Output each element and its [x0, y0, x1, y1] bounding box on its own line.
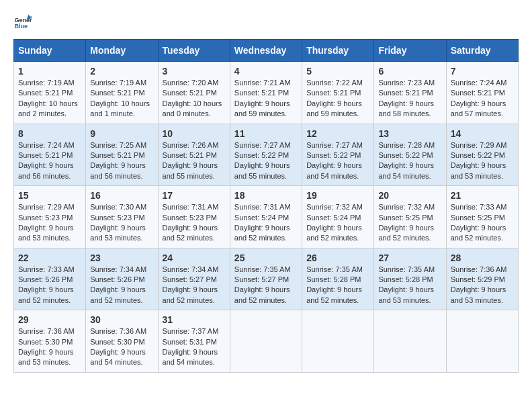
- day-info: and 52 minutes.: [378, 233, 441, 243]
- day-cell: 29Sunrise: 7:36 AMSunset: 5:30 PMDayligh…: [14, 310, 86, 373]
- day-info: Daylight: 9 hours: [163, 347, 226, 357]
- day-info: Daylight: 9 hours: [378, 161, 441, 171]
- day-info: and 53 minutes.: [451, 295, 514, 306]
- day-cell: 1Sunrise: 7:19 AMSunset: 5:21 PMDaylight…: [14, 62, 86, 124]
- day-cell: 6Sunrise: 7:23 AMSunset: 5:21 PMDaylight…: [374, 62, 446, 124]
- day-info: and 52 minutes.: [306, 233, 369, 243]
- day-info: and 53 minutes.: [18, 357, 81, 367]
- day-info: and 0 minutes.: [163, 109, 226, 119]
- day-info: and 1 minute.: [90, 109, 153, 119]
- day-info: Daylight: 9 hours: [163, 161, 226, 171]
- day-info: Sunrise: 7:32 AM: [306, 202, 369, 212]
- page-container: General Blue SundayMondayTuesdayWednesda…: [13, 13, 519, 373]
- day-cell: [302, 310, 374, 373]
- day-cell: 19Sunrise: 7:32 AMSunset: 5:24 PMDayligh…: [302, 186, 374, 248]
- day-info: Sunset: 5:21 PM: [234, 88, 298, 98]
- calendar-table: SundayMondayTuesdayWednesdayThursdayFrid…: [13, 39, 519, 373]
- day-info: and 58 minutes.: [378, 109, 441, 119]
- day-info: Daylight: 9 hours: [306, 99, 369, 109]
- day-number: 2: [90, 66, 153, 77]
- header-cell-saturday: Saturday: [446, 40, 518, 62]
- day-info: and 56 minutes.: [90, 171, 153, 181]
- day-info: Sunset: 5:24 PM: [306, 213, 369, 223]
- day-number: 29: [18, 314, 81, 325]
- day-info: Sunset: 5:25 PM: [451, 213, 514, 223]
- day-info: Sunset: 5:27 PM: [234, 275, 298, 285]
- day-info: Daylight: 9 hours: [90, 223, 153, 233]
- day-cell: 7Sunrise: 7:24 AMSunset: 5:21 PMDaylight…: [446, 62, 518, 124]
- day-number: 10: [163, 128, 226, 139]
- day-number: 30: [90, 314, 153, 325]
- header-cell-wednesday: Wednesday: [230, 40, 302, 62]
- day-info: Sunset: 5:21 PM: [163, 150, 226, 161]
- day-info: Sunset: 5:24 PM: [234, 213, 298, 223]
- day-number: 4: [234, 66, 298, 77]
- day-info: Sunset: 5:28 PM: [378, 275, 441, 285]
- day-info: Daylight: 9 hours: [451, 161, 514, 171]
- day-info: Sunset: 5:22 PM: [451, 150, 514, 161]
- day-number: 7: [451, 66, 514, 77]
- day-info: and 54 minutes.: [90, 357, 153, 367]
- day-cell: 23Sunrise: 7:34 AMSunset: 5:26 PMDayligh…: [86, 248, 158, 310]
- day-number: 25: [234, 253, 298, 263]
- day-info: Daylight: 9 hours: [378, 285, 441, 295]
- day-number: 22: [18, 253, 81, 263]
- day-info: Daylight: 9 hours: [18, 285, 81, 295]
- day-info: Sunset: 5:21 PM: [378, 88, 441, 98]
- day-cell: 3Sunrise: 7:20 AMSunset: 5:21 PMDaylight…: [158, 62, 230, 124]
- day-cell: 21Sunrise: 7:33 AMSunset: 5:25 PMDayligh…: [446, 186, 518, 248]
- day-info: Sunrise: 7:35 AM: [234, 265, 298, 275]
- day-cell: 14Sunrise: 7:29 AMSunset: 5:22 PMDayligh…: [446, 124, 518, 186]
- day-info: Daylight: 10 hours: [90, 99, 153, 109]
- day-info: and 53 minutes.: [451, 171, 514, 181]
- day-cell: 28Sunrise: 7:36 AMSunset: 5:29 PMDayligh…: [446, 248, 518, 310]
- day-info: Sunset: 5:21 PM: [90, 88, 153, 98]
- day-info: Sunset: 5:26 PM: [18, 275, 81, 285]
- day-number: 14: [451, 128, 514, 139]
- day-info: Daylight: 9 hours: [451, 285, 514, 295]
- day-info: Sunset: 5:25 PM: [378, 213, 441, 223]
- day-info: and 53 minutes.: [18, 233, 81, 243]
- header-cell-thursday: Thursday: [302, 40, 374, 62]
- logo: General Blue: [13, 13, 32, 32]
- day-number: 8: [18, 128, 81, 139]
- day-info: Daylight: 10 hours: [163, 99, 226, 109]
- day-info: Sunrise: 7:31 AM: [163, 202, 226, 212]
- day-info: and 53 minutes.: [90, 233, 153, 243]
- day-cell: 16Sunrise: 7:30 AMSunset: 5:23 PMDayligh…: [86, 186, 158, 248]
- day-info: Sunrise: 7:28 AM: [378, 140, 441, 150]
- day-cell: 9Sunrise: 7:25 AMSunset: 5:21 PMDaylight…: [86, 124, 158, 186]
- day-info: Sunrise: 7:20 AM: [163, 78, 226, 88]
- day-info: Daylight: 9 hours: [234, 161, 298, 171]
- day-cell: 8Sunrise: 7:24 AMSunset: 5:21 PMDaylight…: [14, 124, 86, 186]
- day-info: Sunset: 5:31 PM: [163, 337, 226, 347]
- day-cell: 12Sunrise: 7:27 AMSunset: 5:22 PMDayligh…: [302, 124, 374, 186]
- day-number: 1: [18, 66, 81, 77]
- day-number: 16: [90, 190, 153, 201]
- day-info: Sunset: 5:28 PM: [306, 275, 369, 285]
- day-cell: [230, 310, 302, 373]
- day-number: 17: [163, 190, 226, 201]
- day-cell: 2Sunrise: 7:19 AMSunset: 5:21 PMDaylight…: [86, 62, 158, 124]
- header-cell-tuesday: Tuesday: [158, 40, 230, 62]
- day-number: 31: [163, 314, 226, 325]
- day-info: and 52 minutes.: [163, 233, 226, 243]
- day-info: Daylight: 9 hours: [451, 223, 514, 233]
- day-info: and 55 minutes.: [234, 171, 298, 181]
- logo-icon: General Blue: [13, 13, 32, 32]
- svg-text:Blue: Blue: [14, 23, 28, 30]
- day-info: and 56 minutes.: [18, 171, 81, 181]
- day-info: Sunrise: 7:21 AM: [234, 78, 298, 88]
- day-cell: 20Sunrise: 7:32 AMSunset: 5:25 PMDayligh…: [374, 186, 446, 248]
- day-cell: 31Sunrise: 7:37 AMSunset: 5:31 PMDayligh…: [158, 310, 230, 373]
- day-info: and 54 minutes.: [378, 171, 441, 181]
- day-number: 3: [163, 66, 226, 77]
- day-info: Daylight: 10 hours: [18, 99, 81, 109]
- day-info: Sunrise: 7:31 AM: [234, 202, 298, 212]
- day-info: Sunrise: 7:29 AM: [451, 140, 514, 150]
- day-info: Daylight: 9 hours: [18, 161, 81, 171]
- day-info: Sunset: 5:27 PM: [163, 275, 226, 285]
- day-info: Daylight: 9 hours: [234, 99, 298, 109]
- day-info: and 52 minutes.: [234, 295, 298, 306]
- header-row: SundayMondayTuesdayWednesdayThursdayFrid…: [14, 40, 519, 62]
